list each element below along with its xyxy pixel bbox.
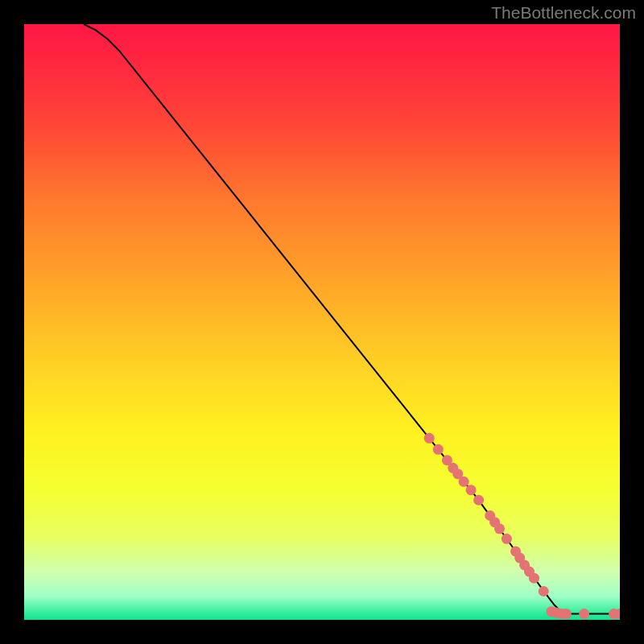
- data-point: [529, 573, 539, 584]
- data-point: [466, 485, 477, 495]
- watermark-text: TheBottleneck.com: [491, 3, 636, 23]
- data-point: [561, 609, 572, 619]
- data-point: [424, 433, 435, 444]
- data-point: [459, 477, 469, 487]
- plot-area: [24, 24, 620, 620]
- data-point: [433, 444, 444, 455]
- data-point: [539, 586, 549, 597]
- gradient-background: [24, 24, 620, 620]
- data-point: [494, 523, 505, 534]
- data-point: [579, 609, 589, 619]
- chart-container: TheBottleneck.com: [0, 0, 644, 644]
- data-point: [473, 495, 484, 506]
- chart-svg: [24, 24, 620, 620]
- data-point: [502, 534, 512, 544]
